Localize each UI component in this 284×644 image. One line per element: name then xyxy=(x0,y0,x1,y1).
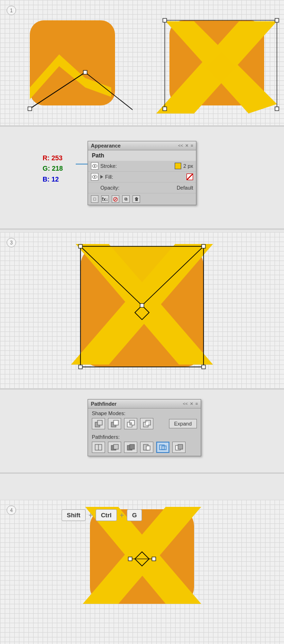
svg-rect-5 xyxy=(28,107,32,111)
merge-btn[interactable] xyxy=(124,442,137,453)
shape-modes-buttons: Expand xyxy=(88,417,201,432)
expand-btn[interactable]: Expand xyxy=(169,419,197,428)
pathfinder-buttons xyxy=(88,441,201,456)
step-3-badge: 3 xyxy=(7,238,16,247)
svg-point-19 xyxy=(94,165,96,167)
ctrl-key: Ctrl xyxy=(96,509,116,521)
minus-front-btn[interactable] xyxy=(108,418,121,429)
panel-right-1 xyxy=(156,12,282,116)
eye-svg xyxy=(92,164,98,168)
unite-btn[interactable] xyxy=(92,418,105,429)
no-btn[interactable]: ⊘ xyxy=(112,195,119,203)
new-art-btn[interactable]: □ xyxy=(91,195,98,203)
pathfinder-controls: << ✕ ≡ xyxy=(183,401,198,406)
dup-btn[interactable]: ⧉ xyxy=(122,195,130,203)
svg-rect-16 xyxy=(275,107,279,111)
trim-btn[interactable] xyxy=(108,442,121,453)
outline-btn[interactable] xyxy=(156,442,169,453)
stroke-visibility-icon[interactable] xyxy=(91,162,98,170)
svg-rect-44 xyxy=(130,422,132,425)
plus-1: + xyxy=(89,511,93,520)
path-title-row: Path xyxy=(88,150,196,161)
stroke-value: 2 px xyxy=(183,163,193,169)
color-b-value: B: 12 xyxy=(43,174,63,184)
svg-rect-59 xyxy=(178,444,183,449)
appearance-titlebar: Appearance << ✕ ≡ xyxy=(88,141,196,150)
trash-btn[interactable]: 🗑 xyxy=(133,195,140,203)
svg-point-21 xyxy=(94,176,96,178)
opacity-value: Default xyxy=(177,185,193,191)
pathfinders-label: Pathfinders: xyxy=(88,432,201,441)
panel-close-icon[interactable]: ✕ xyxy=(185,143,189,148)
svg-rect-53 xyxy=(130,444,134,449)
svg-rect-36 xyxy=(202,365,205,369)
opacity-row[interactable]: Opacity: Default xyxy=(88,183,196,193)
unite-icon xyxy=(94,420,103,427)
pf-menu-icon[interactable]: ≡ xyxy=(195,401,198,406)
outline-icon xyxy=(159,444,167,451)
svg-rect-55 xyxy=(146,446,150,450)
svg-rect-4 xyxy=(83,70,87,74)
svg-rect-67 xyxy=(128,557,132,561)
divider-4 xyxy=(0,472,284,474)
fill-visibility-icon[interactable] xyxy=(91,173,98,181)
trim-icon xyxy=(110,444,119,451)
pf-close-icon[interactable]: ✕ xyxy=(190,401,194,406)
intersect-btn[interactable] xyxy=(124,418,137,429)
crop-btn[interactable] xyxy=(140,442,153,453)
svg-rect-13 xyxy=(163,18,167,22)
shape-modes-label: Shape Modes: xyxy=(88,409,201,417)
divider-2 xyxy=(0,228,284,230)
divide-icon xyxy=(94,444,103,451)
stroke-color-swatch[interactable] xyxy=(175,163,181,169)
crop-icon xyxy=(142,444,151,451)
panel-menu-icon[interactable]: ≡ xyxy=(191,143,193,148)
svg-rect-37 xyxy=(140,304,144,307)
appearance-panel-controls: << ✕ ≡ xyxy=(178,143,193,148)
step-1-badge: 1 xyxy=(7,6,16,15)
appearance-panel[interactable]: Appearance << ✕ ≡ Path Stroke: 2 px xyxy=(88,141,196,205)
panel-left-1 xyxy=(12,12,133,116)
pathfinder-title: Pathfinder xyxy=(91,401,116,407)
minus-front-icon xyxy=(110,420,119,427)
opacity-visibility-icon xyxy=(91,184,98,191)
fill-color-swatch[interactable] xyxy=(186,174,193,180)
merge-icon xyxy=(126,444,135,451)
minus-back-btn[interactable] xyxy=(172,442,186,453)
divide-btn[interactable] xyxy=(92,442,105,453)
fill-label: Fill: xyxy=(105,174,185,180)
pathfinder-titlebar: Pathfinder << ✕ ≡ xyxy=(88,400,201,409)
section-5: 4 Shift + Ctrl + G Delete xyxy=(0,500,284,644)
stroke-row[interactable]: Stroke: 2 px xyxy=(88,161,196,172)
exclude-icon xyxy=(142,420,151,427)
pf-collapse-icon[interactable]: << xyxy=(183,401,188,406)
section-1: 1 xyxy=(0,0,284,125)
svg-rect-35 xyxy=(79,365,82,369)
fx-btn[interactable]: fx↓ xyxy=(101,195,109,203)
svg-rect-33 xyxy=(79,244,82,248)
step-4-badge: 4 xyxy=(7,505,16,515)
g-key: G xyxy=(127,509,142,521)
keyboard-shortcut-row: Shift + Ctrl + G xyxy=(62,509,142,521)
svg-rect-39 xyxy=(98,420,102,425)
shift-key: Shift xyxy=(62,509,86,521)
stroke-label: Stroke: xyxy=(100,163,173,169)
section-4: Pathfinder << ✕ ≡ Shape Modes: xyxy=(0,390,284,472)
intersect-icon xyxy=(126,420,135,427)
svg-rect-14 xyxy=(275,18,279,22)
color-r-value: R: 253 xyxy=(43,153,63,163)
minus-back-icon xyxy=(175,444,183,451)
canvas-1-right xyxy=(156,12,282,116)
appearance-title: Appearance xyxy=(91,143,121,148)
section-2: R: 253 G: 218 B: 12 Appearance << ✕ ≡ Pa… xyxy=(0,127,284,228)
pathfinder-panel[interactable]: Pathfinder << ✕ ≡ Shape Modes: xyxy=(88,399,201,456)
plus-2: + xyxy=(120,511,124,520)
fill-row[interactable]: Fill: xyxy=(88,172,196,183)
svg-rect-15 xyxy=(163,107,167,111)
fill-expand-triangle[interactable] xyxy=(100,175,103,179)
section-3: 3 xyxy=(0,232,284,388)
svg-rect-41 xyxy=(114,420,118,425)
panel-collapse-icon[interactable]: << xyxy=(178,143,183,148)
svg-rect-34 xyxy=(202,244,205,248)
exclude-btn[interactable] xyxy=(140,418,153,429)
